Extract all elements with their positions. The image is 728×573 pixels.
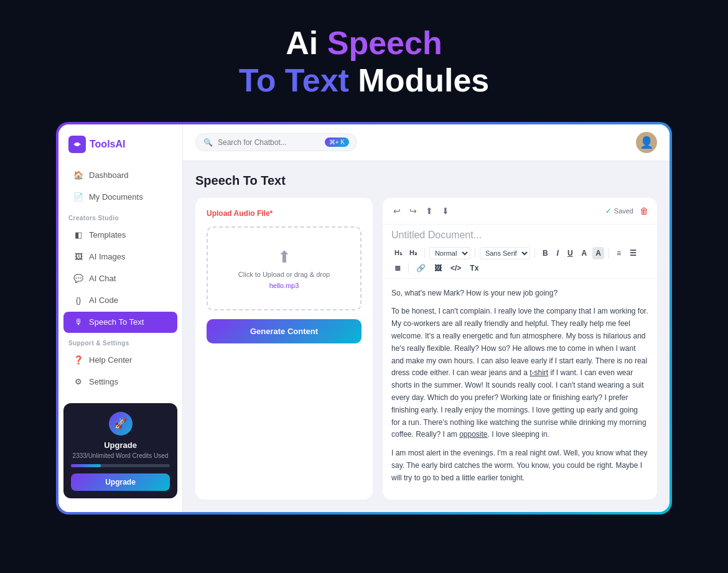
upgrade-icon: 🚀 xyxy=(109,412,133,436)
upload-zone-text: Click to Upload or drag & drop xyxy=(238,271,330,278)
toolbar-divider-5 xyxy=(408,263,409,273)
download-button[interactable]: ⬇ xyxy=(440,204,451,218)
main-content: 🔍 ⌘+ K 👤 Speech To Text Upload Audio Fil… xyxy=(183,124,670,512)
microphone-icon: 🎙 xyxy=(73,317,83,327)
highlight-button[interactable]: A xyxy=(592,247,604,259)
app-window: ToolsAI 🏠 Dashboard 📄 My Documents Creat… xyxy=(56,122,672,515)
logo: ToolsAI xyxy=(58,136,182,164)
home-icon: 🏠 xyxy=(73,170,83,180)
upload-zone[interactable]: ⬆ Click to Upload or drag & drop hello.m… xyxy=(207,226,362,310)
code-button[interactable]: </> xyxy=(447,262,464,274)
search-input[interactable] xyxy=(218,138,320,147)
help-icon: ❓ xyxy=(73,355,83,365)
sidebar-item-settings[interactable]: ⚙ Settings xyxy=(63,371,177,393)
upload-panel: Upload Audio File* ⬆ Click to Upload or … xyxy=(195,198,373,500)
upload-icon: ⬆ xyxy=(278,248,291,267)
settings-icon: ⚙ xyxy=(73,377,83,387)
content-row: Upload Audio File* ⬆ Click to Upload or … xyxy=(195,198,657,500)
hero-section: Ai Speech To Text Modules xyxy=(239,25,490,100)
bold-button[interactable]: B xyxy=(539,247,551,259)
upgrade-button[interactable]: Upgrade xyxy=(71,473,170,491)
h2-button[interactable]: H₂ xyxy=(406,247,420,259)
undo-button[interactable]: ↩ xyxy=(391,204,403,218)
toolbar-divider-4 xyxy=(609,248,609,258)
saved-badge: ✓ Saved xyxy=(605,207,633,215)
h1-button[interactable]: H₁ xyxy=(391,247,405,259)
svg-point-1 xyxy=(75,142,79,146)
top-bar: 🔍 ⌘+ K 👤 xyxy=(183,124,670,161)
editor-actions: ↩ ↪ ⬆ ⬇ xyxy=(391,204,451,218)
editor-paragraph-2: To be honest, I can't complain. I really… xyxy=(391,305,648,441)
clear-format-button[interactable]: Tx xyxy=(467,262,482,274)
export-button[interactable]: ⬆ xyxy=(424,204,435,218)
editor-panel: ↩ ↪ ⬆ ⬇ ✓ Saved 🗑 xyxy=(383,198,657,500)
heading-group: H₁ H₂ xyxy=(391,247,420,259)
sidebar-item-ai-images[interactable]: 🖼 AI Images xyxy=(63,246,177,268)
hero-line1: Ai Speech xyxy=(286,25,442,61)
avatar: 👤 xyxy=(636,132,657,153)
sidebar-item-ai-code[interactable]: {} AI Code xyxy=(63,290,177,311)
sidebar: ToolsAI 🏠 Dashboard 📄 My Documents Creat… xyxy=(58,124,183,512)
upgrade-progress-fill xyxy=(71,464,101,467)
editor-paragraph-3: I am most alert in the evenings. I'm a r… xyxy=(391,447,648,484)
ordered-list-button[interactable]: ☰ xyxy=(627,247,640,259)
editor-toolbar: H₁ H₂ Normal Sans Serif xyxy=(383,243,657,279)
search-icon: 🔍 xyxy=(203,138,213,147)
underline-button[interactable]: U xyxy=(564,247,576,259)
editor-top-bar: ↩ ↪ ⬆ ⬇ ✓ Saved 🗑 xyxy=(383,198,657,225)
search-bar[interactable]: 🔍 ⌘+ K xyxy=(195,133,357,151)
generate-button[interactable]: Generate Content xyxy=(207,319,362,343)
search-shortcut: ⌘+ K xyxy=(325,137,349,147)
upgrade-progress-bar xyxy=(71,464,170,467)
tshirt-link[interactable]: t-shirt xyxy=(530,368,548,377)
templates-icon: ◧ xyxy=(73,230,83,240)
page-title: Speech To Text xyxy=(195,174,657,188)
font-color-button[interactable]: A xyxy=(579,247,590,259)
support-section-label: Support & Settings xyxy=(58,333,182,349)
delete-button[interactable]: 🗑 xyxy=(640,206,648,216)
upgrade-card: 🚀 Upgrade 2333/Unlimited Word Credits Us… xyxy=(63,403,177,498)
upload-label: Upload Audio File* xyxy=(207,209,362,218)
redo-button[interactable]: ↪ xyxy=(408,204,419,218)
image-button[interactable]: 🖼 xyxy=(431,262,445,274)
font-select[interactable]: Sans Serif xyxy=(480,247,530,259)
upload-file-name: hello.mp3 xyxy=(269,282,299,289)
upgrade-subtitle: 2333/Unlimited Word Credits Used xyxy=(71,452,170,459)
sidebar-item-documents[interactable]: 📄 My Documents xyxy=(63,187,177,208)
creators-section-label: Creators Studio xyxy=(58,208,182,224)
check-icon: ✓ xyxy=(605,207,612,215)
document-icon: 📄 xyxy=(73,192,83,202)
code-icon: {} xyxy=(73,296,83,305)
toolbar-divider-2 xyxy=(475,248,475,258)
sidebar-item-templates[interactable]: ◧ Templates xyxy=(63,225,177,246)
doc-title[interactable]: Untitled Document... xyxy=(383,225,657,243)
hero-line2: To Text Modules xyxy=(239,62,490,98)
upgrade-title: Upgrade xyxy=(71,440,170,450)
sidebar-nav: 🏠 Dashboard 📄 My Documents Creators Stud… xyxy=(58,164,182,398)
sidebar-item-speech-to-text[interactable]: 🎙 Speech To Text xyxy=(63,312,177,333)
opposite-link[interactable]: opposite xyxy=(459,430,487,439)
page-body: Speech To Text Upload Audio File* ⬆ Clic… xyxy=(183,161,670,512)
toolbar-divider-3 xyxy=(534,248,535,258)
align-button[interactable]: ≣ xyxy=(391,262,404,274)
editor-body[interactable]: So, what's new Mark? How is your new job… xyxy=(383,279,657,500)
image-icon: 🖼 xyxy=(73,252,83,262)
chat-icon: 💬 xyxy=(73,274,83,284)
bullet-list-button[interactable]: ≡ xyxy=(614,247,624,259)
sidebar-item-ai-chat[interactable]: 💬 AI Chat xyxy=(63,268,177,289)
logo-text: ToolsAI xyxy=(90,139,125,150)
logo-icon xyxy=(68,136,86,153)
link-button[interactable]: 🔗 xyxy=(413,262,429,274)
sidebar-item-help[interactable]: ❓ Help Center xyxy=(63,350,177,371)
sidebar-item-dashboard[interactable]: 🏠 Dashboard xyxy=(63,165,177,186)
editor-paragraph-1: So, what's new Mark? How is your new job… xyxy=(391,287,648,300)
toolbar-divider-1 xyxy=(424,248,425,258)
app-inner: ToolsAI 🏠 Dashboard 📄 My Documents Creat… xyxy=(58,124,670,512)
style-select[interactable]: Normal xyxy=(429,247,470,259)
italic-button[interactable]: I xyxy=(554,247,562,259)
